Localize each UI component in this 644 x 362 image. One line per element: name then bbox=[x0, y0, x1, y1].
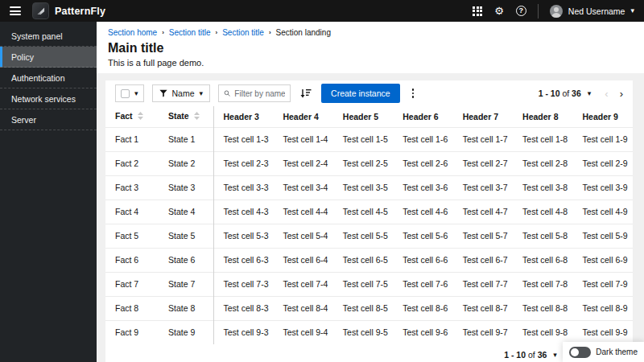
breadcrumb-current: Section landing bbox=[276, 28, 331, 38]
pagination-top: 1 - 10 of 36 ▾ ‹ › bbox=[539, 88, 623, 99]
sidebar-item-policy[interactable]: Policy bbox=[0, 47, 97, 68]
table-cell: Test cell 4-9 bbox=[573, 200, 633, 224]
table-cell: Test cell 3-6 bbox=[393, 175, 452, 200]
table-cell: Test cell 1-3 bbox=[213, 127, 273, 151]
breadcrumb-link-section-title-2[interactable]: Section title bbox=[222, 28, 264, 38]
table-row: Fact 3State 3Test cell 3-3Test cell 3-4T… bbox=[105, 175, 633, 200]
table-cell: Test cell 5-4 bbox=[273, 224, 332, 248]
pagination-menu-caret-icon[interactable]: ▾ bbox=[588, 90, 592, 97]
table-cell: State 3 bbox=[159, 175, 213, 200]
user-menu[interactable]: Ned Username ▾ bbox=[538, 4, 634, 19]
table-cell: Test cell 7-4 bbox=[273, 272, 332, 296]
table-cell: Test cell 1-4 bbox=[273, 127, 332, 151]
patternfly-logo-icon bbox=[32, 2, 49, 19]
table-cell: Test cell 4-3 bbox=[213, 200, 273, 224]
table-cell: Fact 2 bbox=[105, 151, 159, 175]
table-cell: Fact 8 bbox=[105, 296, 159, 320]
column-header-fact[interactable]: Fact bbox=[105, 106, 159, 127]
nav-toggle-hamburger-icon[interactable] bbox=[10, 6, 21, 15]
table-cell: Test cell 5-3 bbox=[213, 224, 273, 248]
filter-attribute-dropdown[interactable]: Name ▾ bbox=[152, 84, 211, 102]
table-cell: Test cell 2-4 bbox=[273, 151, 332, 175]
card-footer: 1 - 10 of 36 ▾ « ‹ › » bbox=[105, 344, 633, 362]
table-row: Fact 1State 1Test cell 1-3Test cell 1-4T… bbox=[105, 127, 633, 151]
table-cell: Fact 5 bbox=[105, 224, 159, 248]
table-cell: Test cell 1-6 bbox=[393, 127, 452, 151]
table-row: Fact 4State 4Test cell 4-3Test cell 4-4T… bbox=[105, 200, 633, 224]
sort-button[interactable] bbox=[299, 87, 313, 100]
toolbar: ▾ Name ▾ bbox=[105, 80, 633, 106]
table-cell: Test cell 4-8 bbox=[513, 200, 572, 224]
table-cell: Fact 3 bbox=[105, 175, 159, 200]
create-instance-button[interactable]: Create instance bbox=[321, 84, 400, 103]
table-cell: Test cell 4-5 bbox=[333, 200, 393, 224]
page-header: Section home›Section title›Section title… bbox=[97, 22, 644, 73]
bulk-select-dropdown[interactable]: ▾ bbox=[115, 84, 144, 102]
table-cell: Test cell 6-5 bbox=[333, 248, 393, 272]
table-cell: Fact 6 bbox=[105, 248, 159, 272]
breadcrumb-link-section-home-0[interactable]: Section home bbox=[108, 28, 157, 38]
table-cell: Test cell 1-7 bbox=[453, 127, 513, 151]
table-cell: Test cell 3-9 bbox=[573, 175, 633, 200]
table-cell: Test cell 8-8 bbox=[513, 296, 572, 320]
table-cell: Test cell 8-3 bbox=[213, 296, 273, 320]
column-header-header-5: Header 5 bbox=[333, 106, 393, 127]
prev-page-icon[interactable]: ‹ bbox=[605, 88, 608, 99]
table-cell: State 1 bbox=[159, 127, 213, 151]
dark-theme-toggle[interactable] bbox=[569, 347, 591, 358]
chevron-down-icon: ▾ bbox=[134, 90, 138, 97]
kebab-menu-icon[interactable] bbox=[408, 86, 419, 101]
table-cell: Test cell 5-6 bbox=[393, 224, 452, 248]
table-row: Fact 2State 2Test cell 2-3Test cell 2-4T… bbox=[105, 151, 633, 175]
page-subtitle: This is a full page demo. bbox=[108, 58, 633, 68]
pagination-range: 1 - 10 of 36 bbox=[539, 88, 581, 98]
column-header-header-9: Header 9 bbox=[573, 106, 633, 127]
next-page-icon[interactable]: › bbox=[620, 88, 623, 99]
filter-attribute-label: Name bbox=[172, 88, 195, 98]
breadcrumb-separator-icon: › bbox=[162, 28, 164, 38]
table-cell: Test cell 6-7 bbox=[453, 248, 513, 272]
table-cell: State 8 bbox=[159, 296, 213, 320]
table-row: Fact 8State 8Test cell 8-3Test cell 8-4T… bbox=[105, 296, 633, 320]
column-header-state[interactable]: State bbox=[159, 106, 213, 127]
table-cell: Test cell 9-4 bbox=[273, 320, 332, 344]
search-input[interactable] bbox=[234, 89, 285, 98]
dark-theme-card: Dark theme bbox=[563, 342, 644, 362]
sidebar-item-server[interactable]: Server bbox=[0, 109, 97, 130]
content-card: ▾ Name ▾ bbox=[105, 80, 633, 362]
table-cell: State 2 bbox=[159, 151, 213, 175]
table-cell: Test cell 2-5 bbox=[333, 151, 393, 175]
column-header-header-7: Header 7 bbox=[453, 106, 513, 127]
column-header-header-6: Header 6 bbox=[393, 106, 452, 127]
table-cell: Fact 1 bbox=[105, 127, 159, 151]
settings-gear-icon[interactable]: ⚙ bbox=[494, 6, 504, 16]
dark-theme-label: Dark theme bbox=[596, 348, 638, 356]
breadcrumb-separator-icon: › bbox=[216, 28, 218, 38]
chevron-down-icon: ▾ bbox=[200, 90, 204, 97]
help-icon[interactable]: ? bbox=[516, 6, 526, 16]
sidebar-item-authentication[interactable]: Authentication bbox=[0, 68, 97, 88]
table-cell: Test cell 4-4 bbox=[273, 200, 332, 224]
user-name: Ned Username bbox=[568, 6, 625, 16]
table-cell: State 7 bbox=[159, 272, 213, 296]
table-cell: Test cell 5-7 bbox=[453, 224, 513, 248]
table-cell: Test cell 7-5 bbox=[333, 272, 393, 296]
table-cell: Test cell 7-8 bbox=[513, 272, 572, 296]
table-row: Fact 7State 7Test cell 7-3Test cell 7-4T… bbox=[105, 272, 633, 296]
table-cell: Fact 9 bbox=[105, 320, 159, 344]
table-cell: Test cell 5-5 bbox=[333, 224, 393, 248]
avatar bbox=[550, 5, 563, 18]
sidebar-item-network-services[interactable]: Network services bbox=[0, 88, 97, 109]
table-cell: Test cell 7-3 bbox=[213, 272, 273, 296]
table-cell: Test cell 9-5 bbox=[333, 320, 393, 344]
app-launcher-icon[interactable] bbox=[473, 6, 482, 16]
sidebar-item-system-panel[interactable]: System panel bbox=[0, 26, 97, 47]
breadcrumb-link-section-title-1[interactable]: Section title bbox=[169, 28, 211, 38]
bulk-select-checkbox[interactable] bbox=[121, 89, 130, 98]
sort-arrows-icon bbox=[138, 112, 143, 121]
pagination-menu-caret-icon[interactable]: ▾ bbox=[553, 352, 557, 359]
table-cell: Test cell 7-7 bbox=[453, 272, 513, 296]
table-cell: Test cell 3-3 bbox=[213, 175, 273, 200]
table-cell: Test cell 6-6 bbox=[393, 248, 452, 272]
data-table: FactStateHeader 3Header 4Header 5Header … bbox=[105, 106, 633, 344]
